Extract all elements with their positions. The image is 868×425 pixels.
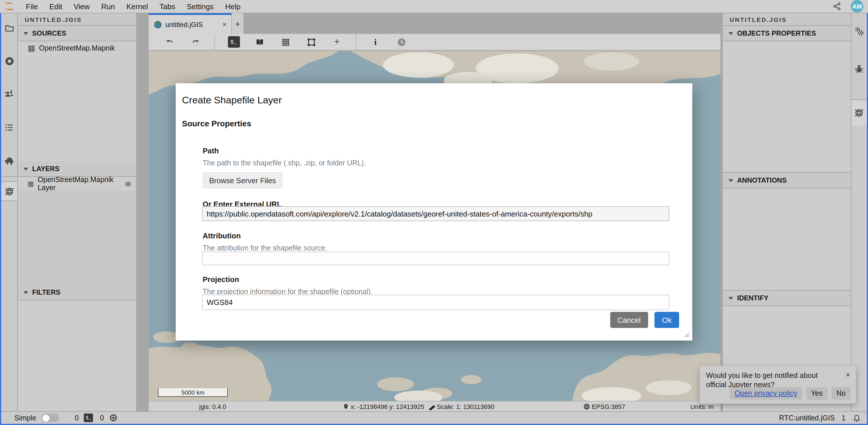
right-side-panel: UNTITLED.JGIS OBJECTS PROPERTIES ANNOTAT… <box>722 13 851 411</box>
filters-label: FILTERS <box>32 288 60 296</box>
objects-properties-content <box>723 41 851 173</box>
rtc-session-label: RTC:untitled.jGIS <box>779 414 835 422</box>
source-item-label: OpenStreetMap.Mapnik <box>39 44 115 52</box>
jgis-globe-icon <box>154 20 162 28</box>
ruler-icon <box>428 403 435 410</box>
objects-properties-section-header[interactable]: OBJECTS PROPERTIES <box>723 26 851 41</box>
redo-icon[interactable] <box>188 35 202 49</box>
pointer-coordinates: x: -12198496 y: 12413925 <box>343 401 424 411</box>
attribution-description: The attribution for the shapefile source… <box>203 244 327 252</box>
sources-label: SOURCES <box>32 29 66 37</box>
notifications-bell-icon[interactable] <box>852 413 861 422</box>
menu-help[interactable]: Help <box>219 2 246 11</box>
identify-label: IDENTIFY <box>737 294 768 302</box>
visibility-eye-icon[interactable] <box>124 180 131 188</box>
menu-file[interactable]: File <box>20 2 43 11</box>
vector-layer-icon[interactable] <box>304 35 318 49</box>
sources-section-header[interactable]: SOURCES <box>18 26 136 41</box>
projection-input[interactable] <box>202 295 670 310</box>
window-edge-bottom <box>0 424 868 425</box>
jupyterlab-window: File Edit View Run Kernel Tabs Settings … <box>0 0 868 425</box>
right-activity-bar <box>851 13 867 411</box>
left-panel-title: UNTITLED.JGIS <box>18 13 136 26</box>
debugger-bug-icon[interactable] <box>851 59 867 79</box>
path-description: The path to the shapefile (.shp, .zip, o… <box>203 159 366 167</box>
console-icon[interactable]: $_ <box>227 35 241 49</box>
simple-mode-toggle[interactable] <box>41 414 59 422</box>
toggle-knob <box>42 414 49 421</box>
jupyter-logo-icon <box>4 1 14 11</box>
jupyter-news-notification: Would you like to get notified about off… <box>700 366 856 404</box>
chevron-down-icon <box>728 297 733 300</box>
property-inspector-gears-icon[interactable] <box>851 21 867 41</box>
toolbar-separator <box>356 34 356 50</box>
open-privacy-policy-button[interactable]: Open privacy policy <box>730 387 802 400</box>
menu-edit[interactable]: Edit <box>43 2 68 11</box>
undo-icon[interactable] <box>162 35 176 49</box>
file-browser-icon[interactable] <box>1 18 17 37</box>
map-scale: Scale: 1: 130113690 <box>428 401 494 411</box>
share-icon[interactable] <box>832 2 842 11</box>
attribution-input[interactable] <box>202 251 670 265</box>
jgis-right-panel-icon[interactable] <box>851 99 867 126</box>
jgis-panel-icon[interactable] <box>1 181 17 201</box>
basemap-book-icon[interactable] <box>253 35 267 49</box>
running-sessions-icon[interactable] <box>1 51 17 71</box>
annotations-section-header[interactable]: ANNOTATIONS <box>723 173 851 188</box>
kernels-count: 0 <box>100 414 104 422</box>
notification-no-button[interactable]: No <box>831 387 851 400</box>
menu-tabs[interactable]: Tabs <box>154 2 181 11</box>
create-shapefile-layer-dialog: Create Shapefile Layer Source Properties… <box>176 83 692 341</box>
map-epsg: EPSG:3857 <box>583 401 625 411</box>
jgis-version: jgis: 0.4.0 <box>199 401 226 411</box>
extension-manager-icon[interactable] <box>1 151 17 171</box>
menu-settings[interactable]: Settings <box>181 2 219 11</box>
chevron-down-icon <box>24 168 28 170</box>
table-of-contents-icon[interactable] <box>1 118 17 137</box>
window-edge-right <box>867 13 868 425</box>
tab-untitled-jgis[interactable]: untitled.jGIS × <box>149 13 231 34</box>
dialog-resize-handle[interactable] <box>683 331 689 338</box>
raster-grid-icon <box>28 44 35 52</box>
identify-info-icon[interactable]: i <box>369 35 382 49</box>
menu-kernel[interactable]: Kernel <box>121 2 154 11</box>
source-item-openstreetmap[interactable]: OpenStreetMap.Mapnik <box>18 41 136 55</box>
tab-bar: untitled.jGIS × + <box>149 13 720 34</box>
raster-grid-icon <box>28 180 34 187</box>
tab-close-icon[interactable]: × <box>222 20 227 29</box>
notification-yes-button[interactable]: Yes <box>806 387 828 400</box>
tab-title: untitled.jGIS <box>165 20 203 28</box>
temporal-clock-icon[interactable] <box>394 35 408 49</box>
notification-close-icon[interactable]: × <box>846 370 850 379</box>
right-panel-title: UNTITLED.JGIS <box>723 13 851 26</box>
user-avatar[interactable]: AM <box>851 0 863 12</box>
layers-section-header[interactable]: LAYERS <box>18 161 136 177</box>
raster-layer-icon[interactable] <box>278 35 292 49</box>
chevron-down-icon <box>728 32 733 35</box>
collaboration-users-icon[interactable] <box>1 84 17 104</box>
map-scale-bar: 5000 km <box>158 388 228 397</box>
chevron-down-icon <box>728 179 733 182</box>
kernel-chip-icon <box>109 414 118 422</box>
window-edge-left <box>0 13 1 425</box>
filters-section-header[interactable]: FILTERS <box>18 285 136 300</box>
map-status-bar: jgis: 0.4.0 x: -12198496 y: 12413925 Sca… <box>149 401 720 411</box>
identify-section-header[interactable]: IDENTIFY <box>723 291 851 306</box>
new-tab-button[interactable]: + <box>232 13 243 34</box>
layer-item-openstreetmap[interactable]: OpenStreetMap.Mapnik Layer <box>18 177 136 191</box>
ok-button[interactable]: Ok <box>655 312 679 328</box>
external-url-input[interactable] <box>202 206 670 221</box>
cancel-button[interactable]: Cancel <box>610 312 648 328</box>
menu-view[interactable]: View <box>68 2 96 11</box>
add-layer-icon[interactable]: + <box>330 35 344 49</box>
notification-message: Would you like to get notified about off… <box>706 371 839 389</box>
terminal-icon: $_ <box>84 414 93 422</box>
menu-run[interactable]: Run <box>96 2 121 11</box>
attribution-label: Attribution <box>203 232 241 240</box>
dialog-title: Create Shapefile Layer <box>182 95 282 106</box>
menu-bar: File Edit View Run Kernel Tabs Settings … <box>0 0 868 13</box>
toolbar-separator <box>214 34 215 50</box>
browse-server-files-button[interactable]: Browse Server Files <box>203 172 282 188</box>
notifications-count[interactable]: 1 <box>842 414 846 422</box>
layers-label: LAYERS <box>32 165 59 173</box>
